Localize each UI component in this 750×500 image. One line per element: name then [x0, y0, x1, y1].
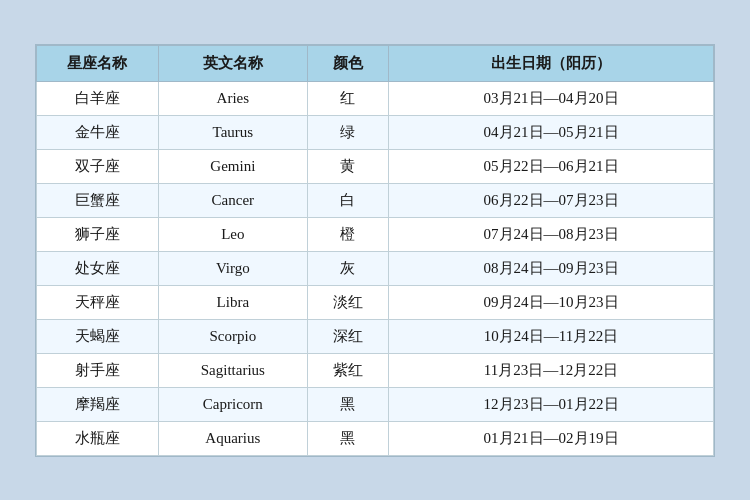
table-row: 巨蟹座Cancer白06月22日—07月23日: [37, 183, 714, 217]
cell-english: Capricorn: [158, 387, 307, 421]
cell-english: Leo: [158, 217, 307, 251]
header-date: 出生日期（阳历）: [389, 45, 714, 81]
cell-color: 紫红: [307, 353, 388, 387]
table-row: 白羊座Aries红03月21日—04月20日: [37, 81, 714, 115]
cell-color: 红: [307, 81, 388, 115]
cell-chinese: 水瓶座: [37, 421, 159, 455]
cell-chinese: 天秤座: [37, 285, 159, 319]
table-row: 水瓶座Aquarius黑01月21日—02月19日: [37, 421, 714, 455]
cell-color: 黄: [307, 149, 388, 183]
cell-chinese: 处女座: [37, 251, 159, 285]
cell-color: 橙: [307, 217, 388, 251]
header-chinese: 星座名称: [37, 45, 159, 81]
cell-date: 05月22日—06月21日: [389, 149, 714, 183]
cell-date: 03月21日—04月20日: [389, 81, 714, 115]
cell-color: 深红: [307, 319, 388, 353]
cell-english: Sagittarius: [158, 353, 307, 387]
table-header-row: 星座名称 英文名称 颜色 出生日期（阳历）: [37, 45, 714, 81]
table-body: 白羊座Aries红03月21日—04月20日金牛座Taurus绿04月21日—0…: [37, 81, 714, 455]
cell-color: 灰: [307, 251, 388, 285]
table-row: 天蝎座Scorpio深红10月24日—11月22日: [37, 319, 714, 353]
cell-chinese: 天蝎座: [37, 319, 159, 353]
table-row: 双子座Gemini黄05月22日—06月21日: [37, 149, 714, 183]
table-row: 金牛座Taurus绿04月21日—05月21日: [37, 115, 714, 149]
cell-date: 04月21日—05月21日: [389, 115, 714, 149]
cell-english: Aries: [158, 81, 307, 115]
cell-date: 08月24日—09月23日: [389, 251, 714, 285]
header-color: 颜色: [307, 45, 388, 81]
cell-english: Libra: [158, 285, 307, 319]
cell-color: 黑: [307, 421, 388, 455]
zodiac-table: 星座名称 英文名称 颜色 出生日期（阳历） 白羊座Aries红03月21日—04…: [36, 45, 714, 456]
header-english: 英文名称: [158, 45, 307, 81]
cell-english: Taurus: [158, 115, 307, 149]
cell-date: 07月24日—08月23日: [389, 217, 714, 251]
zodiac-table-container: 星座名称 英文名称 颜色 出生日期（阳历） 白羊座Aries红03月21日—04…: [35, 44, 715, 457]
cell-chinese: 巨蟹座: [37, 183, 159, 217]
cell-color: 绿: [307, 115, 388, 149]
cell-english: Scorpio: [158, 319, 307, 353]
cell-chinese: 狮子座: [37, 217, 159, 251]
cell-english: Gemini: [158, 149, 307, 183]
cell-date: 01月21日—02月19日: [389, 421, 714, 455]
cell-english: Cancer: [158, 183, 307, 217]
cell-chinese: 白羊座: [37, 81, 159, 115]
cell-chinese: 双子座: [37, 149, 159, 183]
table-row: 摩羯座Capricorn黑12月23日—01月22日: [37, 387, 714, 421]
cell-date: 09月24日—10月23日: [389, 285, 714, 319]
cell-date: 06月22日—07月23日: [389, 183, 714, 217]
cell-chinese: 摩羯座: [37, 387, 159, 421]
table-row: 天秤座Libra淡红09月24日—10月23日: [37, 285, 714, 319]
cell-date: 12月23日—01月22日: [389, 387, 714, 421]
cell-chinese: 射手座: [37, 353, 159, 387]
cell-english: Virgo: [158, 251, 307, 285]
cell-color: 黑: [307, 387, 388, 421]
cell-date: 11月23日—12月22日: [389, 353, 714, 387]
cell-date: 10月24日—11月22日: [389, 319, 714, 353]
table-row: 处女座Virgo灰08月24日—09月23日: [37, 251, 714, 285]
cell-chinese: 金牛座: [37, 115, 159, 149]
cell-english: Aquarius: [158, 421, 307, 455]
cell-color: 白: [307, 183, 388, 217]
table-row: 射手座Sagittarius紫红11月23日—12月22日: [37, 353, 714, 387]
table-row: 狮子座Leo橙07月24日—08月23日: [37, 217, 714, 251]
cell-color: 淡红: [307, 285, 388, 319]
